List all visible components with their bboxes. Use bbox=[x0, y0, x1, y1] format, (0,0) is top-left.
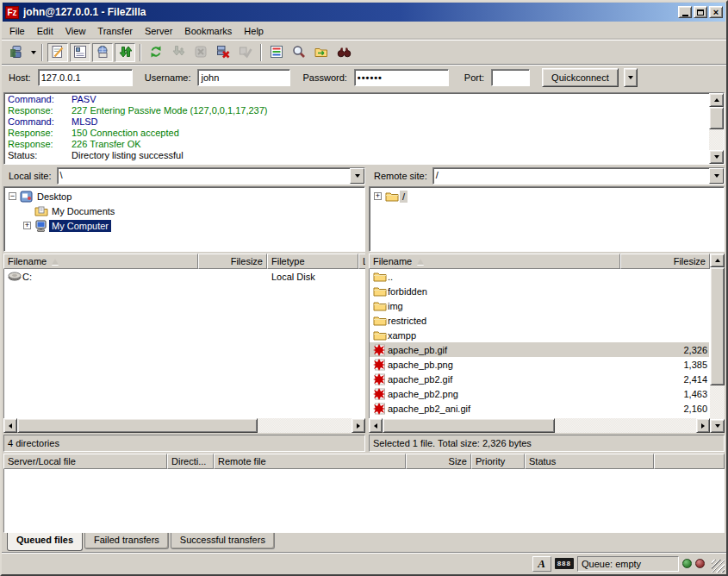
refresh-button[interactable] bbox=[146, 43, 166, 62]
password-label: Password: bbox=[302, 72, 346, 83]
scroll-thumb[interactable] bbox=[709, 107, 724, 129]
scroll-right-button[interactable] bbox=[696, 418, 710, 433]
status-bar: A 888 Queue: empty bbox=[2, 552, 726, 574]
remote-site-combobox[interactable]: / bbox=[432, 167, 725, 185]
local-site-combobox[interactable]: \ bbox=[57, 167, 365, 185]
site-manager-button[interactable] bbox=[6, 43, 27, 62]
minimize-button[interactable] bbox=[678, 6, 692, 18]
remote-site-dropdown-button[interactable] bbox=[709, 168, 724, 184]
tree-item-my-computer[interactable]: +My Computer bbox=[4, 218, 364, 233]
scroll-down-button[interactable] bbox=[710, 419, 725, 433]
file-row-xampp[interactable]: xampp bbox=[370, 328, 709, 342]
log-line: Response:227 Entering Passive Mode (127,… bbox=[8, 105, 709, 116]
tree-item--[interactable]: +/ bbox=[370, 189, 724, 203]
column-header-priority[interactable]: Priority bbox=[471, 454, 525, 469]
chevron-down-icon bbox=[31, 51, 36, 54]
scroll-track[interactable] bbox=[710, 267, 725, 419]
host-input[interactable] bbox=[38, 69, 133, 86]
remote-hscrollbar[interactable] bbox=[369, 418, 710, 433]
close-button[interactable]: × bbox=[709, 6, 723, 18]
scroll-thumb[interactable] bbox=[710, 267, 725, 385]
scroll-track[interactable] bbox=[17, 418, 352, 433]
scroll-up-button[interactable] bbox=[710, 254, 725, 267]
password-input[interactable] bbox=[354, 69, 449, 86]
toggle-transfer-queue-button[interactable] bbox=[115, 43, 135, 62]
scroll-left-button[interactable] bbox=[3, 418, 17, 433]
file-row-apache-pb-gif[interactable]: apache_pb.gif2,326 bbox=[370, 342, 709, 357]
file-cell-name: restricted bbox=[370, 314, 621, 327]
quickconnect-button[interactable]: Quickconnect bbox=[542, 68, 619, 87]
column-header-filetype[interactable]: Filetype bbox=[267, 254, 358, 269]
toggle-remote-tree-button[interactable] bbox=[92, 43, 113, 62]
column-header-l[interactable]: L bbox=[358, 254, 365, 269]
scroll-thumb[interactable] bbox=[383, 418, 555, 433]
file-cell-filesize: 1,385 bbox=[621, 360, 710, 370]
scroll-track[interactable] bbox=[383, 418, 696, 433]
synchronized-browsing-button[interactable] bbox=[311, 43, 332, 62]
tree-item-desktop[interactable]: −Desktop bbox=[4, 189, 364, 203]
column-header-size[interactable]: Size bbox=[406, 454, 471, 469]
column-header-server-local-file[interactable]: Server/Local file bbox=[3, 454, 167, 469]
file-row-img[interactable]: img bbox=[370, 298, 709, 313]
file-row-forbidden[interactable]: forbidden bbox=[370, 284, 709, 298]
local-hscrollbar[interactable] bbox=[3, 418, 365, 433]
site-manager-dropdown-button[interactable] bbox=[28, 43, 38, 62]
menu-item-edit[interactable]: Edit bbox=[31, 23, 59, 39]
remote-vscrollbar[interactable] bbox=[710, 254, 725, 433]
toggle-message-log-button[interactable] bbox=[47, 43, 68, 62]
refresh-icon bbox=[149, 45, 163, 60]
tab-successful-transfers[interactable]: Successful transfers bbox=[171, 533, 275, 549]
column-header-filesize[interactable]: Filesize bbox=[620, 254, 710, 269]
resize-grip[interactable] bbox=[712, 560, 725, 573]
speed-limit-icon[interactable]: 888 bbox=[555, 558, 574, 569]
message-log-vscrollbar[interactable] bbox=[709, 93, 724, 164]
scroll-track[interactable] bbox=[709, 107, 724, 150]
toggle-local-tree-button[interactable] bbox=[70, 43, 90, 62]
transfer-type-button[interactable]: A bbox=[532, 556, 551, 572]
column-header-filename[interactable]: Filename bbox=[369, 254, 620, 269]
port-input[interactable] bbox=[491, 69, 530, 86]
scroll-thumb[interactable] bbox=[17, 418, 258, 433]
filter-button[interactable] bbox=[266, 43, 287, 62]
column-header-filename[interactable]: Filename bbox=[3, 254, 198, 269]
queue-tabs: Queued filesFailed transfersSuccessful t… bbox=[3, 533, 725, 552]
directory-comparison-button[interactable] bbox=[289, 43, 309, 62]
maximize-button[interactable] bbox=[694, 6, 707, 18]
file-row-restricted[interactable]: restricted bbox=[370, 313, 709, 328]
file-cell-text: 1,463 bbox=[683, 389, 707, 399]
scroll-up-button[interactable] bbox=[709, 93, 724, 107]
collapse-icon[interactable]: − bbox=[9, 192, 16, 200]
file-row-apache-pb2-gif[interactable]: apache_pb2.gif2,414 bbox=[370, 372, 709, 386]
file-row-c-[interactable]: C:Local Disk bbox=[4, 269, 364, 284]
username-input[interactable] bbox=[197, 69, 290, 86]
folder-file-icon bbox=[373, 285, 388, 297]
column-header-filesize[interactable]: Filesize bbox=[198, 254, 267, 269]
menu-item-view[interactable]: View bbox=[59, 23, 92, 39]
find-files-button[interactable] bbox=[333, 43, 354, 62]
column-header-blank[interactable] bbox=[654, 454, 725, 469]
menu-item-bookmarks[interactable]: Bookmarks bbox=[178, 23, 238, 39]
local-site-dropdown-button[interactable] bbox=[350, 168, 364, 184]
disconnect-button[interactable] bbox=[213, 43, 233, 62]
scroll-left-button[interactable] bbox=[369, 418, 383, 433]
column-header-remote-file[interactable]: Remote file bbox=[214, 454, 406, 469]
expand-icon[interactable]: + bbox=[23, 222, 31, 229]
menu-item-transfer[interactable]: Transfer bbox=[91, 23, 139, 39]
menu-item-server[interactable]: Server bbox=[139, 23, 178, 39]
file-row-apache-pb-png[interactable]: apache_pb.png1,385 bbox=[370, 357, 709, 372]
file-row--[interactable]: .. bbox=[370, 269, 709, 284]
file-cell-filesize: 2,160 bbox=[621, 404, 710, 414]
tree-item-my-documents[interactable]: My Documents bbox=[4, 203, 364, 218]
column-header-directi-[interactable]: Directi... bbox=[167, 454, 214, 469]
expand-icon[interactable]: + bbox=[374, 192, 382, 200]
quickconnect-dropdown-button[interactable] bbox=[624, 68, 638, 87]
menu-item-help[interactable]: Help bbox=[238, 23, 270, 39]
file-row-apache-pb2-ani-gif[interactable]: apache_pb2_ani.gif2,160 bbox=[370, 401, 709, 416]
tab-failed-transfers[interactable]: Failed transfers bbox=[84, 533, 169, 549]
menu-item-file[interactable]: File bbox=[3, 23, 31, 39]
scroll-right-button[interactable] bbox=[352, 418, 365, 433]
file-row-apache-pb2-png[interactable]: apache_pb2.png1,463 bbox=[370, 386, 709, 401]
column-header-status[interactable]: Status bbox=[525, 454, 654, 469]
tab-queued-files[interactable]: Queued files bbox=[7, 533, 83, 551]
scroll-down-button[interactable] bbox=[709, 150, 724, 164]
